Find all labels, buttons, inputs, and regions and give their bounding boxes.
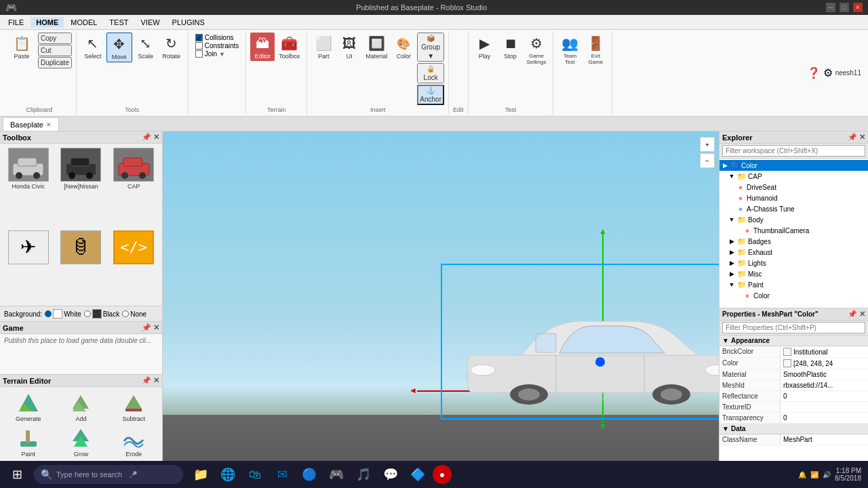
terrain-panel-pin-icon[interactable]: 📌 [142, 376, 151, 385]
explorer-search-input[interactable] [722, 145, 865, 157]
constraints-checkbox[interactable] [195, 42, 203, 49]
toolbox-item-nissan[interactable]: [New]Nissan [56, 146, 107, 228]
zoom-in-button[interactable]: + [700, 137, 715, 152]
taskbar-app-explorer[interactable]: 📁 [189, 462, 213, 487]
properties-search-input[interactable] [722, 322, 865, 333]
expand-misc-icon[interactable]: ▶ [728, 270, 736, 277]
terrain-editor-button[interactable]: 🏔 Editor [250, 33, 275, 61]
properties-pin-icon[interactable]: 📌 [848, 310, 857, 319]
menu-model[interactable]: MODEL [65, 17, 102, 28]
tree-item-achassis[interactable]: ● A-Chassis Tune [719, 203, 868, 214]
toolbox-close-icon[interactable]: ✕ [153, 133, 159, 142]
prop-meshid-value[interactable]: rbxassetid://14... [781, 380, 868, 390]
taskbar-notification-icon[interactable]: 🔔 [798, 471, 806, 479]
taskbar-app-spotify[interactable]: 🎵 [351, 462, 376, 487]
doc-tab-baseplate[interactable]: Baseplate ✕ [3, 117, 59, 131]
toolbox-item-hondacivic[interactable]: Honda Civic [3, 146, 54, 228]
menu-home[interactable]: HOME [31, 17, 64, 28]
bg-none-radio[interactable] [122, 310, 129, 317]
maximize-button[interactable]: □ [840, 3, 849, 12]
close-button[interactable]: ✕ [853, 3, 863, 12]
menu-view[interactable]: VIEW [135, 17, 165, 28]
prop-material-value[interactable]: SmoothPlastic [781, 369, 868, 380]
prop-textureid-value[interactable] [781, 402, 868, 412]
tree-item-thumbnailcamera[interactable]: ● ThumbnailCamera [719, 225, 868, 236]
tree-item-color-child[interactable]: ● Color [719, 290, 868, 301]
terrain-panel-close-icon[interactable]: ✕ [153, 376, 159, 385]
stop-button[interactable]: ⏹ Stop [498, 33, 523, 61]
team-test-button[interactable]: 👥 Team Test [557, 33, 582, 66]
expand-body-icon[interactable]: ▼ [728, 216, 736, 223]
bg-white-radio[interactable] [45, 310, 52, 317]
tree-item-lights[interactable]: ▶ 📁 Lights [719, 258, 868, 268]
part-button[interactable]: ⬜ Part [311, 33, 336, 61]
bg-black-radio[interactable] [84, 310, 91, 317]
taskbar-app-mail[interactable]: ✉ [270, 462, 294, 487]
tree-item-driveseat[interactable]: ● DriveSeat [719, 182, 868, 192]
taskbar-search[interactable]: 🔍 Type here to search 🎤 [34, 465, 183, 484]
taskbar-app-circle[interactable]: ● [433, 465, 452, 484]
join-checkbox-item[interactable]: Join ▼ [195, 50, 239, 58]
taskbar-volume-icon[interactable]: 🔊 [823, 471, 831, 479]
expand-badges-icon[interactable]: ▶ [728, 238, 736, 245]
prop-transparency-value[interactable]: 0 [781, 413, 868, 423]
select-button[interactable]: ↖ Select [81, 33, 105, 61]
expand-cap-icon[interactable]: ▼ [728, 173, 736, 180]
cut-button[interactable]: Cut [38, 45, 72, 56]
prop-reflectance-value[interactable]: 0 [781, 391, 868, 401]
taskbar-app-roblox[interactable]: 🎮 [324, 462, 349, 487]
game-panel-close-icon[interactable]: ✕ [153, 323, 159, 332]
constraints-checkbox-item[interactable]: Constraints [195, 42, 239, 49]
settings-button[interactable]: ⚙ [823, 66, 833, 79]
zoom-out-button[interactable]: − [700, 153, 715, 168]
duplicate-button[interactable]: Duplicate [38, 57, 72, 68]
terrain-grow[interactable]: Grow [56, 425, 107, 459]
copy-button[interactable]: Copy [38, 33, 72, 44]
explorer-pin-icon[interactable]: 📌 [848, 133, 857, 142]
lock-button[interactable]: 🔒 Lock [417, 63, 444, 83]
tree-item-color-selected[interactable]: ▶ 🔵 Color [719, 160, 868, 171]
prop-color-value[interactable]: [248, 248, 24 [781, 358, 868, 369]
bg-none-option[interactable]: None [122, 310, 146, 318]
tree-item-humanoid[interactable]: ● Humanoid [719, 192, 868, 203]
tree-item-misc[interactable]: ▶ 📁 Misc [719, 268, 868, 279]
group-button[interactable]: 📦 Group ▼ [417, 33, 444, 62]
material-button[interactable]: 🔲 Material [363, 33, 390, 61]
game-panel-pin-icon[interactable]: 📌 [142, 323, 151, 332]
toolbox-item-plane[interactable]: ✈ [3, 229, 54, 304]
expand-icon[interactable]: ▶ [721, 162, 729, 169]
tree-item-paint[interactable]: ▼ 📁 Paint [719, 279, 868, 290]
collisions-checkbox-item[interactable]: ✓ Collisions [195, 34, 239, 41]
taskbar-network-icon[interactable]: 📶 [810, 471, 818, 479]
bg-black-option[interactable]: Black [84, 309, 119, 319]
rotate-button[interactable]: ↻ Rotate [159, 33, 184, 61]
appearance-section-header[interactable]: ▼ Appearance [719, 336, 868, 346]
tab-close-button[interactable]: ✕ [46, 121, 52, 128]
minimize-button[interactable]: ─ [826, 3, 835, 12]
play-button[interactable]: ▶ Play [473, 33, 497, 61]
taskbar-app-chrome[interactable]: 🔵 [297, 462, 321, 487]
menu-plugins[interactable]: PLUGINS [167, 17, 210, 28]
terrain-add[interactable]: Add [56, 390, 107, 424]
taskbar-app-discord[interactable]: 💬 [378, 462, 403, 487]
help-button[interactable]: ❓ [807, 66, 821, 79]
paste-button[interactable]: 📋 Paste [7, 33, 37, 61]
viewport[interactable]: + − [163, 131, 719, 488]
toolbox-item-barrel[interactable]: 🛢 [56, 229, 107, 304]
collisions-checkbox[interactable]: ✓ [195, 34, 203, 41]
prop-brickcolor-value[interactable]: Institutional [781, 346, 868, 357]
terrain-generate[interactable]: Generate [3, 390, 54, 424]
scale-button[interactable]: ⤡ Scale [134, 33, 158, 61]
terrain-paint[interactable]: Paint [3, 425, 54, 459]
join-checkbox[interactable] [195, 50, 203, 58]
ui-button[interactable]: 🖼 UI [337, 33, 361, 61]
toolbox-item-script[interactable]: </> [108, 229, 159, 304]
terrain-erode[interactable]: Erode [108, 425, 159, 459]
taskbar-clock[interactable]: 1:18 PM 8/5/2018 [835, 467, 861, 482]
game-settings-button[interactable]: ⚙ Game Settings [524, 33, 549, 66]
expand-lights-icon[interactable]: ▶ [728, 260, 736, 266]
properties-close-icon[interactable]: ✕ [859, 310, 865, 319]
menu-file[interactable]: FILE [3, 17, 29, 28]
tree-item-exhaust[interactable]: ▶ 📁 Exhaust [719, 247, 868, 258]
menu-test[interactable]: TEST [104, 17, 134, 28]
